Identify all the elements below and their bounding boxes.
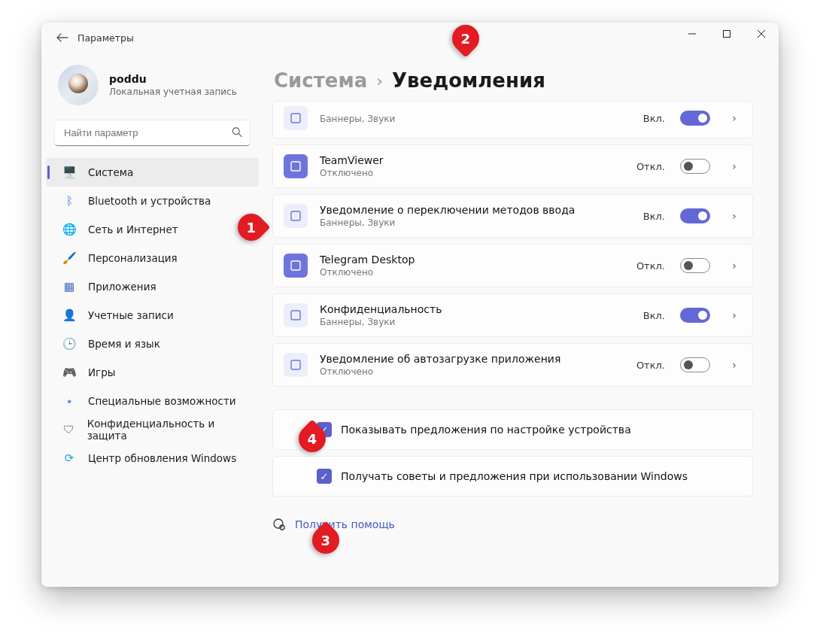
- sidebar-item-1[interactable]: ᛒBluetooth и устройства: [46, 187, 259, 215]
- toggle-state-label: Вкл.: [643, 113, 665, 124]
- svg-rect-8: [291, 211, 300, 220]
- content: Баннеры, Звуки Вкл. › TeamViewer Отключе…: [272, 101, 753, 572]
- titlebar: Параметры: [41, 23, 779, 53]
- chevron-right-icon[interactable]: ›: [727, 260, 742, 272]
- svg-point-4: [232, 128, 239, 135]
- toggle-state-label: Откл.: [636, 260, 665, 272]
- nav-icon: 🛡: [62, 423, 75, 436]
- nav-icon: 👤: [62, 308, 76, 322]
- help-icon: [272, 518, 286, 531]
- svg-line-5: [238, 134, 241, 137]
- app-title: Уведомление о переключении методов ввода: [320, 204, 631, 216]
- toggle-state-label: Откл.: [636, 161, 665, 172]
- chevron-right-icon[interactable]: ›: [727, 359, 742, 371]
- app-title: TeamViewer: [320, 154, 624, 166]
- nav-label: Bluetooth и устройства: [88, 195, 211, 207]
- app-notification-row[interactable]: TeamViewer Отключено Откл. ›: [272, 144, 753, 188]
- chevron-right-icon: ›: [376, 71, 383, 90]
- app-notification-row[interactable]: Конфиденциальность Баннеры, Звуки Вкл. ›: [272, 293, 753, 337]
- app-title: Telegram Desktop: [320, 254, 624, 266]
- app-notification-row[interactable]: Уведомление об автозагрузке приложения О…: [272, 343, 753, 387]
- breadcrumb-parent[interactable]: Система: [274, 69, 367, 92]
- app-subtitle: Баннеры, Звуки: [320, 317, 631, 327]
- toggle-state-label: Вкл.: [643, 211, 665, 222]
- nav-icon: 🖌️: [62, 251, 76, 265]
- sidebar-item-2[interactable]: 🌐Сеть и Интернет: [46, 215, 259, 244]
- setting-checkbox-row[interactable]: ✓ Показывать предложения по настройке ус…: [272, 409, 753, 450]
- nav-icon: ⭑: [62, 394, 76, 408]
- app-title: Конфиденциальность: [320, 303, 631, 315]
- profile-subtitle: Локальная учетная запись: [109, 87, 237, 97]
- toggle-switch[interactable]: [680, 258, 710, 273]
- chevron-right-icon[interactable]: ›: [727, 210, 742, 222]
- nav-label: Учетные записи: [88, 309, 174, 321]
- setting-checkbox-row[interactable]: ✓ Получать советы и предложения при испо…: [272, 456, 753, 497]
- back-button[interactable]: [47, 23, 77, 53]
- svg-rect-6: [291, 114, 300, 123]
- app-icon: [284, 254, 308, 278]
- toggle-state-label: Откл.: [636, 360, 665, 371]
- help-link[interactable]: Получить помощь: [295, 518, 395, 530]
- svg-rect-9: [291, 261, 300, 270]
- app-icon: [284, 353, 308, 377]
- nav-label: Приложения: [88, 281, 156, 293]
- nav-label: Конфиденциальность и защита: [87, 418, 245, 442]
- sidebar-item-6[interactable]: 🕒Время и язык: [46, 330, 259, 358]
- app-title: Уведомление об автозагрузке приложения: [320, 353, 624, 365]
- sidebar-item-10[interactable]: ⟳Центр обновления Windows: [46, 444, 259, 472]
- app-notification-row[interactable]: Баннеры, Звуки Вкл. ›: [272, 101, 753, 138]
- sidebar-item-7[interactable]: 🎮Игры: [46, 358, 259, 387]
- nav-icon: 🌐: [62, 223, 76, 236]
- avatar: [58, 65, 99, 105]
- nav-label: Игры: [88, 366, 115, 378]
- checkbox[interactable]: ✓: [317, 469, 332, 484]
- sidebar: poddu Локальная учетная запись 🖥️Система…: [41, 53, 263, 587]
- nav-label: Время и язык: [88, 338, 160, 350]
- nav-icon: 🕒: [62, 337, 76, 351]
- toggle-state-label: Вкл.: [643, 310, 665, 321]
- app-subtitle: Отключено: [320, 267, 624, 278]
- profile-block[interactable]: poddu Локальная учетная запись: [41, 57, 263, 117]
- nav-label: Специальные возможности: [88, 395, 236, 407]
- svg-rect-7: [291, 162, 300, 171]
- nav-list: 🖥️СистемаᛒBluetooth и устройства🌐Сеть и …: [41, 156, 263, 472]
- sidebar-item-0[interactable]: 🖥️Система: [46, 158, 259, 187]
- sidebar-item-9[interactable]: 🛡Конфиденциальность и защита: [46, 415, 259, 444]
- toggle-switch[interactable]: [680, 208, 710, 223]
- app-notification-row[interactable]: Уведомление о переключении методов ввода…: [272, 194, 753, 238]
- nav-icon: 🖥️: [62, 166, 76, 179]
- svg-rect-10: [291, 311, 300, 320]
- toggle-switch[interactable]: [680, 111, 710, 126]
- svg-rect-11: [291, 360, 300, 369]
- nav-label: Персонализация: [88, 252, 178, 264]
- app-subtitle: Баннеры, Звуки: [320, 217, 631, 228]
- toggle-switch[interactable]: [680, 159, 710, 174]
- app-notification-row[interactable]: Telegram Desktop Отключено Откл. ›: [272, 244, 753, 287]
- nav-icon: ᛒ: [62, 194, 76, 208]
- app-icon: [284, 154, 308, 178]
- profile-name: poddu: [109, 73, 237, 85]
- app-subtitle: Отключено: [320, 168, 624, 178]
- search-input[interactable]: [55, 120, 250, 146]
- app-icon: [284, 106, 308, 130]
- checkbox-label: Показывать предложения по настройке устр…: [341, 424, 631, 436]
- window-title: Параметры: [77, 32, 134, 44]
- sidebar-item-8[interactable]: ⭑Специальные возможности: [46, 387, 259, 415]
- chevron-right-icon[interactable]: ›: [727, 309, 742, 321]
- sidebar-item-3[interactable]: 🖌️Персонализация: [46, 244, 259, 272]
- toggle-switch[interactable]: [680, 308, 710, 323]
- app-icon: [284, 204, 308, 228]
- chevron-right-icon[interactable]: ›: [727, 112, 742, 124]
- sidebar-item-5[interactable]: 👤Учетные записи: [46, 301, 259, 330]
- main-panel: Система › Уведомления Баннеры, Звуки Вкл…: [263, 53, 779, 587]
- app-subtitle: Баннеры, Звуки: [320, 114, 631, 124]
- help-link-row: Получить помощь: [272, 518, 753, 531]
- toggle-switch[interactable]: [680, 357, 710, 372]
- breadcrumb: Система › Уведомления: [274, 69, 753, 92]
- chevron-right-icon[interactable]: ›: [727, 160, 742, 172]
- sidebar-item-4[interactable]: ▦Приложения: [46, 272, 259, 301]
- nav-icon: 🎮: [62, 366, 76, 379]
- app-subtitle: Отключено: [320, 366, 624, 377]
- search-icon: [232, 127, 242, 140]
- search-box: [55, 120, 250, 146]
